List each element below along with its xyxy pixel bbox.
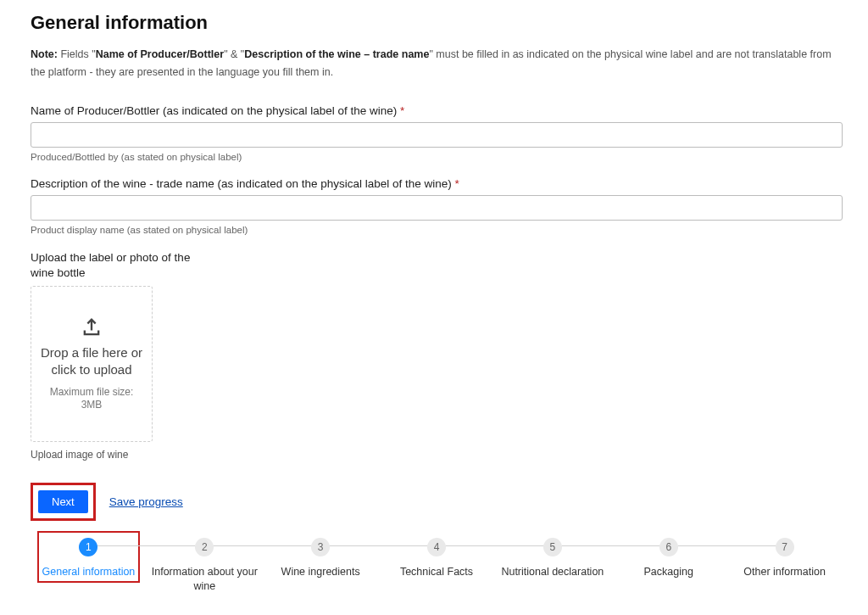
step-label: Information about your wine <box>147 565 263 595</box>
step-label: General information <box>31 565 147 580</box>
step-circle: 4 <box>427 538 446 556</box>
next-button[interactable]: Next <box>38 490 88 513</box>
producer-required: * <box>400 104 404 117</box>
producer-label-text: Name of Producer/Bottler (as indicated o… <box>31 104 397 117</box>
description-required: * <box>455 177 459 190</box>
step-nutritional-declaration[interactable]: 5 Nutritional declaration <box>494 536 610 580</box>
note-t2: " & " <box>224 48 244 60</box>
save-progress-link[interactable]: Save progress <box>109 495 183 508</box>
step-circle: 6 <box>659 538 678 556</box>
producer-field: Name of Producer/Bottler (as indicated o… <box>31 104 843 162</box>
upload-label: Upload the label or photo of the wine bo… <box>31 250 200 281</box>
producer-help: Produced/Bottled by (as stated on physic… <box>31 152 843 162</box>
upload-field: Upload the label or photo of the wine bo… <box>31 250 843 461</box>
note-text: Note: Fields "Name of Producer/Bottler" … <box>31 46 843 82</box>
step-circle: 5 <box>543 538 562 556</box>
actions-row: Next Save progress <box>31 483 843 521</box>
step-other-information[interactable]: 7 Other information <box>726 536 843 580</box>
next-highlight: Next <box>31 483 96 521</box>
step-label: Technical Facts <box>379 565 495 580</box>
step-general-information[interactable]: 1 General information <box>31 536 147 580</box>
note-b1: Name of Producer/Bottler <box>96 48 224 60</box>
step-circle: 2 <box>195 538 214 556</box>
step-technical-facts[interactable]: 4 Technical Facts <box>379 536 495 580</box>
step-label: Other information <box>726 565 843 580</box>
producer-input[interactable] <box>31 122 843 148</box>
producer-label: Name of Producer/Bottler (as indicated o… <box>31 104 843 117</box>
step-label: Packaging <box>610 565 726 580</box>
step-circle: 3 <box>311 538 330 556</box>
note-label: Note: <box>31 48 58 60</box>
upload-main-text: Drop a file here or click to upload <box>40 344 143 379</box>
description-help: Product display name (as stated on physi… <box>31 225 843 235</box>
upload-icon <box>80 316 103 339</box>
description-label: Description of the wine - trade name (as… <box>31 177 843 190</box>
step-information-about-your-wine[interactable]: 2 Information about your wine <box>147 536 263 595</box>
description-input[interactable] <box>31 195 843 221</box>
step-circle: 1 <box>79 538 97 556</box>
step-circle: 7 <box>776 538 794 556</box>
note-t1: Fields " <box>60 48 95 60</box>
progress-stepper: 1 General information 2 Information abou… <box>31 536 843 595</box>
description-label-text: Description of the wine - trade name (as… <box>31 177 452 190</box>
upload-sub-text: Maximum file size: 3MB <box>40 386 143 412</box>
page-title: General information <box>31 12 843 34</box>
step-label: Wine ingredients <box>263 565 379 580</box>
upload-help: Upload image of wine <box>31 449 843 461</box>
note-b2: Description of the wine – trade name <box>244 48 429 60</box>
description-field: Description of the wine - trade name (as… <box>31 177 843 235</box>
upload-dropzone[interactable]: Drop a file here or click to upload Maxi… <box>31 286 153 442</box>
step-label: Nutritional declaration <box>494 565 610 580</box>
step-wine-ingredients[interactable]: 3 Wine ingredients <box>263 536 379 580</box>
step-packaging[interactable]: 6 Packaging <box>610 536 726 580</box>
